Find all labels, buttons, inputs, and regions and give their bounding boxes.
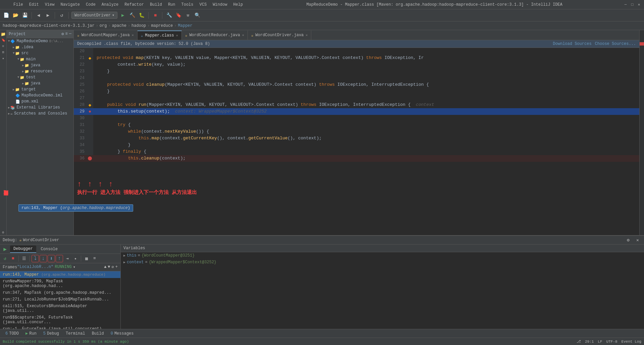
menu-file[interactable]: File	[11, 2, 26, 8]
breadcrumb-jar[interactable]: hadoop-mapreduce-client-core-3.1.3.jar	[3, 23, 95, 28]
menu-window[interactable]: Window	[210, 2, 230, 8]
var-expand-context[interactable]: ▶	[123, 260, 125, 264]
choose-sources-link[interactable]: Choose Sources...	[595, 42, 636, 46]
close-tab-1[interactable]: ✕	[176, 33, 178, 38]
save-btn[interactable]: 💾	[21, 11, 29, 19]
frame-4[interactable]: call:515, Executors$RunnableAdapter (jav…	[0, 303, 120, 314]
run-btn[interactable]: ▶	[119, 11, 127, 19]
tab-todo[interactable]: 6 TODO	[3, 331, 21, 337]
bookmark-btn[interactable]: 🔖	[174, 11, 182, 19]
minimize-panel-icon[interactable]: ─	[69, 31, 71, 37]
frame-0[interactable]: run:143, Mapper (org.apache.hadoop.mapre…	[0, 271, 120, 278]
tab-terminal[interactable]: Terminal	[63, 331, 88, 337]
menu-tools[interactable]: Tools	[179, 2, 196, 8]
tab-wordcountdriver[interactable]: ☕ WordCountDriver.java ✕	[248, 30, 312, 40]
tree-external-libs[interactable]: ▶ 📚 External Libraries	[7, 105, 73, 111]
breadcrumb-hadoop[interactable]: hadoop	[131, 23, 146, 28]
breadcrumb-mapper[interactable]: Mapper	[178, 23, 193, 28]
var-context[interactable]: ▶ context = {WrappedMapper$Context@3252}	[121, 259, 644, 266]
debug-run-btn[interactable]: 🐛	[138, 11, 146, 19]
frame-2[interactable]: run:347, MapTask (org.apache.hadoop.mapr…	[0, 289, 120, 296]
tree-java1[interactable]: ▶ 📁 java	[7, 62, 73, 68]
frame-3[interactable]: run:271, LocalJobRunner$Job$MapTaskRunna…	[0, 296, 120, 303]
tree-test[interactable]: ▼ 📁 test	[7, 74, 73, 80]
menu-analyze[interactable]: Analyze	[99, 2, 121, 8]
settings-icon[interactable]: ⚙	[1, 230, 6, 235]
breadcrumb-org[interactable]: org	[100, 23, 107, 28]
breadcrumb-mapreduce[interactable]: mapreduce	[151, 23, 173, 28]
menu-refactor[interactable]: Refactor	[122, 2, 147, 8]
tree-scratches[interactable]: ▶ ✏ Scratches and Consoles	[7, 111, 73, 117]
menu-run[interactable]: Run	[165, 2, 178, 8]
table-view-btn[interactable]: ▦	[83, 255, 90, 262]
frames-up-btn[interactable]: ▲	[104, 265, 106, 270]
tree-pom[interactable]: 📄 pom.xml	[7, 98, 73, 105]
force-step-into-btn[interactable]: ⬇	[48, 255, 55, 262]
menu-code[interactable]: Code	[83, 2, 98, 8]
console-tab[interactable]: Console	[38, 246, 61, 253]
tree-proj-root[interactable]: ▼ 🔷 MapReduceDemo D:\A...	[7, 38, 73, 44]
code-editor[interactable]: 20 21 ◆ protected void map(KEYIN key, VA…	[74, 48, 639, 235]
maximize-button[interactable]: □	[630, 2, 635, 7]
group-btn[interactable]: ≡	[91, 255, 98, 262]
forward-btn[interactable]: ▶	[44, 11, 52, 19]
project-icon[interactable]: 📁	[1, 31, 6, 37]
tab-messages[interactable]: 0 Messages	[108, 331, 137, 337]
hammer2-btn[interactable]: ⚒	[184, 11, 192, 19]
frames-down-btn[interactable]: ▼	[108, 265, 110, 270]
tree-src[interactable]: ▼ 📁 src	[7, 50, 73, 56]
menu-edit[interactable]: Edit	[26, 2, 42, 8]
thread-dropdown[interactable]: ▾	[73, 265, 75, 270]
tab-debug[interactable]: 5 Debug	[41, 331, 62, 337]
stop-btn[interactable]: ■	[151, 11, 159, 19]
tree-resources[interactable]: ▶ 📁 resources	[7, 68, 73, 74]
menu-view[interactable]: View	[42, 2, 57, 8]
tree-java2[interactable]: ▶ 📁 java	[7, 80, 73, 86]
frame-5[interactable]: run$$$capture:264, FutureTask (java.util…	[0, 314, 120, 326]
step-into-btn[interactable]: ↓	[40, 255, 47, 262]
maven-icon[interactable]: m	[1, 50, 6, 55]
step-out-btn[interactable]: ↑	[56, 255, 63, 262]
build-btn[interactable]: 🔨	[128, 11, 136, 19]
tab-wordcountreducer[interactable]: ☕ WordCountReducer.java ✕	[182, 30, 248, 40]
menu-navigate[interactable]: Navigate	[58, 2, 83, 8]
close-button[interactable]: ✕	[637, 2, 641, 7]
gear-icon[interactable]: ⚙	[61, 31, 64, 37]
menu-help[interactable]: Help	[230, 2, 246, 8]
frames-add-btn[interactable]: +	[115, 265, 118, 270]
breadcrumb-apache[interactable]: apache	[112, 23, 126, 28]
wrench-btn[interactable]: 🔧	[165, 11, 173, 19]
var-expand-this[interactable]: ▶	[123, 254, 125, 258]
step-over-btn[interactable]: ⤵	[32, 255, 39, 262]
show-frames-btn[interactable]: ☰	[20, 255, 28, 262]
tree-idea[interactable]: ▶ 📁 .idea	[7, 44, 73, 50]
close-tab-3[interactable]: ✕	[306, 33, 308, 37]
open-btn[interactable]: 📂	[11, 11, 19, 19]
frames-filter-btn[interactable]: ⊘	[112, 265, 114, 270]
rerun-btn[interactable]: ↺	[1, 255, 9, 262]
new-file-btn[interactable]: 📄	[2, 11, 10, 19]
frame-6[interactable]: run:-1, FutureTask (java.util.concurrent…	[0, 326, 120, 329]
back-btn[interactable]: ◀	[35, 11, 43, 19]
evaluate-btn[interactable]: ✦	[72, 255, 79, 262]
close-tab-0[interactable]: ✕	[132, 33, 134, 37]
minimize-button[interactable]: ─	[623, 2, 628, 7]
search-btn[interactable]: 🔍	[193, 11, 201, 19]
debug-close-btn[interactable]: ✕	[634, 236, 641, 244]
refresh-btn[interactable]: ↺	[58, 11, 66, 19]
debugger-tab[interactable]: Debugger	[10, 246, 36, 253]
close-tab-2[interactable]: ✕	[242, 33, 244, 37]
tree-main[interactable]: ▼ 📁 main	[7, 56, 73, 62]
debug-settings-btn[interactable]: ⚙	[625, 236, 632, 244]
tab-mapper[interactable]: ☕ Mapper.class ✕	[138, 30, 182, 40]
frame-1[interactable]: runNewMapper:799, MapTask (org.apache.ha…	[0, 278, 120, 289]
run-to-cursor-btn[interactable]: ⇥	[64, 255, 71, 262]
menu-build[interactable]: Build	[147, 2, 165, 8]
tree-iml[interactable]: 🔷 MapReduceDemo.iml	[7, 92, 73, 98]
event-log-btn[interactable]: Event Log	[622, 340, 641, 344]
bookmark-icon[interactable]: 🔖	[1, 38, 6, 43]
tab-build[interactable]: Build	[89, 331, 107, 337]
tab-wordcountmapper[interactable]: ☕ WordCountMapper.java ✕	[74, 30, 138, 40]
tree-target[interactable]: ▶ 📁 target	[7, 86, 73, 92]
favorites-icon[interactable]: ★	[1, 56, 6, 61]
